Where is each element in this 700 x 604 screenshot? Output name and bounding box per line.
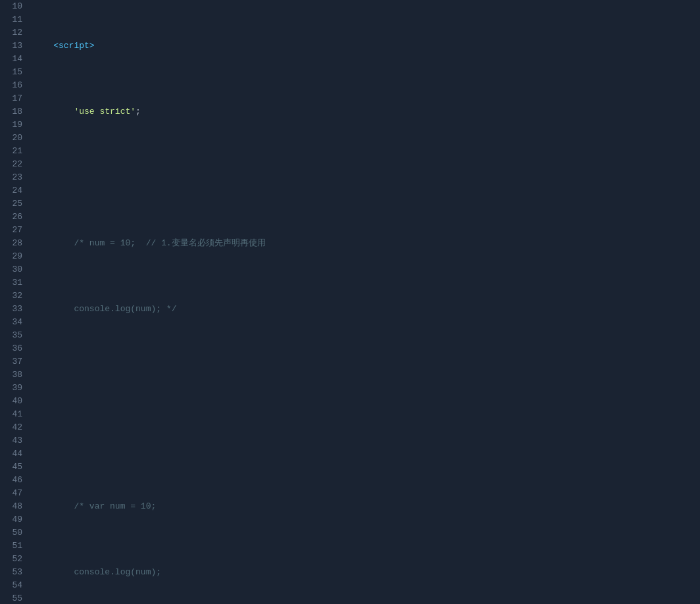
code-line-13: /* num = 10; // 1.变量名必须先声明再使用 — [33, 237, 700, 250]
code-line-17: /* var num = 10; — [33, 500, 700, 513]
code-line-10: <script> — [33, 39, 700, 53]
code-editor: 10 11 12 13 14 15 16 17 18 19 20 21 22 2… — [0, 0, 700, 604]
code-line-18: console.log(num); — [33, 566, 700, 579]
code-line-14: console.log(num); */ — [33, 303, 700, 316]
code-line-15 — [33, 368, 700, 382]
code-line-16 — [33, 434, 700, 447]
code-line-11: 'use strict'; — [33, 105, 700, 118]
line-numbers: 10 11 12 13 14 15 16 17 18 19 20 21 22 2… — [0, 0, 30, 604]
code-line-12 — [33, 171, 700, 184]
code-content[interactable]: <script> 'use strict'; /* num = 10; // 1… — [30, 0, 700, 604]
